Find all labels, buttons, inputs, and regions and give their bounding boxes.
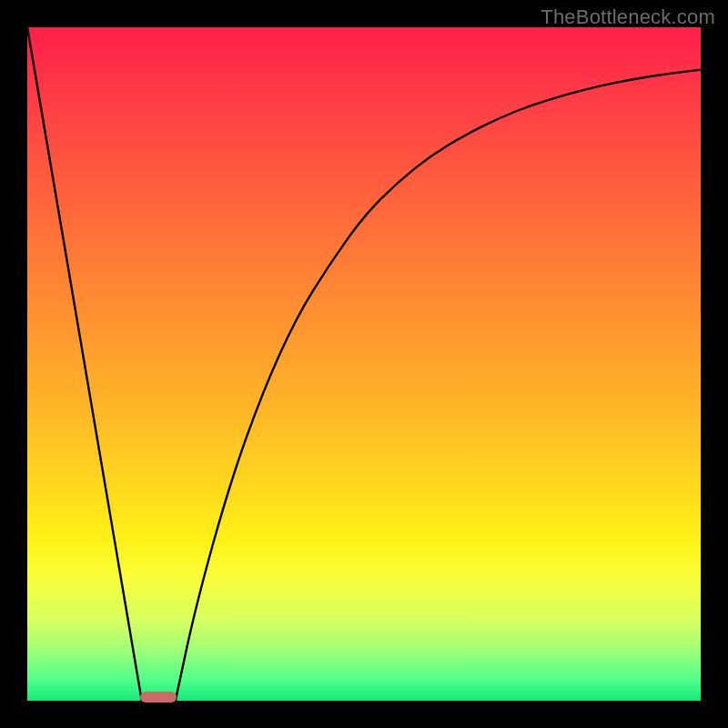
right-curve-path (176, 70, 701, 701)
left-line-path (27, 27, 142, 701)
watermark-text: TheBottleneck.com (541, 5, 715, 29)
curves-svg (27, 27, 701, 701)
vertex-marker (140, 692, 177, 703)
chart-frame: TheBottleneck.com (0, 0, 728, 728)
